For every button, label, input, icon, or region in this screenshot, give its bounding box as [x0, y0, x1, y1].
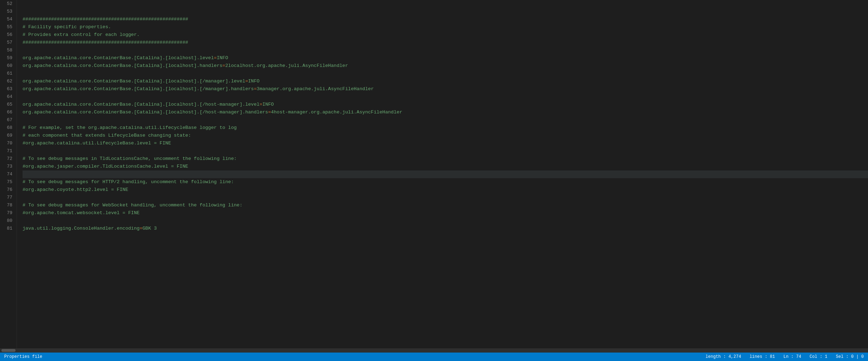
code-line: org.apache.catalina.core.ContainerBase.[…: [23, 62, 868, 70]
equals-text: =: [245, 78, 248, 85]
comment-text: # To see debug messages for HTTP/2 handl…: [23, 179, 234, 186]
line-number: 61: [3, 70, 12, 77]
equals-text: =: [214, 55, 217, 62]
horizontal-scrollbar[interactable]: [0, 348, 868, 353]
line-number: 52: [3, 0, 12, 8]
comment-text: #org.apache.jasper.compiler.TldLocations…: [23, 163, 188, 170]
line-numbers: 5253545556575859606162636465666768697071…: [0, 0, 17, 348]
code-line: org.apache.catalina.core.ContainerBase.[…: [23, 54, 868, 62]
line-number: 73: [3, 163, 12, 170]
line-number: 58: [3, 46, 12, 54]
code-line: #org.apache.jasper.compiler.TldLocations…: [23, 163, 868, 170]
code-line: [23, 170, 868, 178]
code-line: [23, 93, 868, 101]
code-line: org.apache.catalina.core.ContainerBase.[…: [23, 101, 868, 108]
comment-text: # To see debug messages in TldLocationsC…: [23, 155, 237, 162]
code-line: org.apache.catalina.core.ContainerBase.[…: [23, 108, 868, 116]
equals-text: =: [140, 225, 142, 232]
hash-text: ########################################…: [23, 39, 188, 46]
status-bar: Properties file length : 4,274 lines : 8…: [0, 353, 868, 361]
key-text: org.apache.catalina.core.ContainerBase.[…: [23, 109, 268, 116]
sel-info: Sel : 0 | 0: [836, 354, 864, 359]
code-line: # To see debug messages for WebSocket ha…: [23, 201, 868, 209]
line-number: 70: [3, 139, 12, 147]
code-line: #org.apache.tomcat.websocket.level = FIN…: [23, 209, 868, 217]
line-number: 54: [3, 15, 12, 23]
line-number: 59: [3, 54, 12, 62]
key-text: org.apache.catalina.core.ContainerBase.[…: [23, 55, 214, 62]
lines-info: lines : 81: [750, 354, 775, 359]
code-line: # Facility specific properties.: [23, 23, 868, 31]
key-text: org.apache.catalina.core.ContainerBase.[…: [23, 62, 222, 69]
key-text: org.apache.catalina.core.ContainerBase.[…: [23, 78, 245, 85]
line-number: 66: [3, 108, 12, 116]
scrollbar-thumb[interactable]: [1, 349, 16, 352]
code-content[interactable]: ########################################…: [17, 0, 868, 348]
comment-text: # each component that extends LifecycleB…: [23, 132, 191, 139]
equals-text: =: [268, 109, 271, 116]
comment-text: # Provides extra control for each logger…: [23, 31, 140, 38]
code-line: [23, 116, 868, 124]
code-line: [23, 194, 868, 201]
value-text: 4host-manager.org.apache.juli.AsyncFileH…: [271, 109, 402, 116]
line-number: 65: [3, 101, 12, 108]
col-info: Col : 1: [809, 354, 827, 359]
line-number: 79: [3, 209, 12, 217]
editor-area: 5253545556575859606162636465666768697071…: [0, 0, 868, 348]
line-number: 75: [3, 178, 12, 186]
code-line: ########################################…: [23, 39, 868, 46]
code-line: [23, 8, 868, 15]
value-text: INFO: [248, 78, 259, 85]
comment-text: #org.apache.coyote.http2.level = FINE: [23, 186, 128, 193]
ln-info: Ln : 74: [783, 354, 801, 359]
comment-text: #org.apache.tomcat.websocket.level = FIN…: [23, 210, 140, 217]
code-line: # each component that extends LifecycleB…: [23, 132, 868, 139]
comment-text: #org.apache.catalina.util.LifecycleBase.…: [23, 140, 171, 147]
comment-text: # For example, set the org.apache.catali…: [23, 124, 237, 131]
code-line: # To see debug messages for HTTP/2 handl…: [23, 178, 868, 186]
line-number: 64: [3, 93, 12, 101]
key-text: org.apache.catalina.core.ContainerBase.[…: [23, 101, 259, 108]
code-line: #org.apache.coyote.http2.level = FINE: [23, 186, 868, 194]
line-number: 63: [3, 85, 12, 93]
code-line: [23, 0, 868, 8]
length-info: length : 4,274: [706, 354, 741, 359]
code-line: org.apache.catalina.core.ContainerBase.[…: [23, 77, 868, 85]
value-text: INFO: [217, 55, 228, 62]
code-line: [23, 70, 868, 77]
code-line: # To see debug messages in TldLocationsC…: [23, 155, 868, 163]
hash-text: ########################################…: [23, 16, 188, 23]
line-number: 80: [3, 217, 12, 225]
value-text: GBK 3: [142, 225, 157, 232]
line-number: 57: [3, 39, 12, 46]
status-left: Properties file: [4, 354, 42, 359]
line-number: 69: [3, 132, 12, 139]
line-number: 68: [3, 124, 12, 132]
line-number: 74: [3, 170, 12, 178]
code-line: [23, 147, 868, 155]
equals-text: =: [259, 101, 262, 108]
value-text: 3manager.org.apache.juli.AsyncFileHandle…: [257, 86, 374, 93]
line-number: 81: [3, 225, 12, 232]
code-line: [23, 217, 868, 225]
line-number: 56: [3, 31, 12, 39]
line-number: 72: [3, 155, 12, 163]
line-number: 71: [3, 147, 12, 155]
line-number: 60: [3, 62, 12, 70]
code-line: # Provides extra control for each logger…: [23, 31, 868, 39]
equals-text: =: [222, 62, 225, 69]
editor-wrapper: 5253545556575859606162636465666768697071…: [0, 0, 868, 361]
key-text: org.apache.catalina.core.ContainerBase.[…: [23, 86, 254, 93]
file-type: Properties file: [4, 354, 42, 359]
value-text: 2localhost.org.apache.juli.AsyncFileHand…: [225, 62, 348, 69]
code-line: #org.apache.catalina.util.LifecycleBase.…: [23, 139, 868, 147]
comment-text: # To see debug messages for WebSocket ha…: [23, 202, 242, 209]
value-text: INFO: [263, 101, 274, 108]
line-number: 67: [3, 116, 12, 124]
line-number: 55: [3, 23, 12, 31]
key-text: java.util.logging.ConsoleHandler.encodin…: [23, 225, 140, 232]
code-line: ########################################…: [23, 15, 868, 23]
status-right: length : 4,274 lines : 81 Ln : 74 Col : …: [706, 354, 864, 359]
line-number: 77: [3, 194, 12, 201]
line-number: 76: [3, 186, 12, 194]
